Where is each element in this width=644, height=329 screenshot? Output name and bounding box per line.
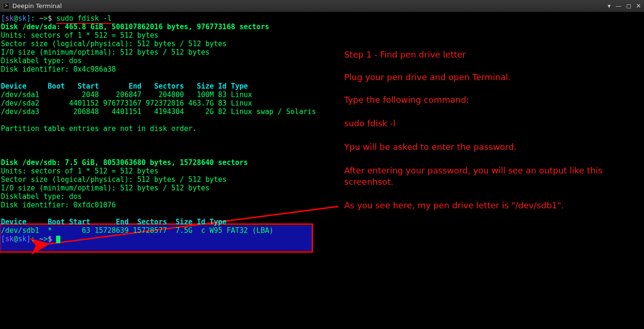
disk-sda-sector: Sector size (logical/physical): 512 byte… xyxy=(1,40,320,48)
maximize-button[interactable]: ◻ xyxy=(626,2,631,9)
disk-sda-table-header: Device Boot Start End Sectors Size Id Ty… xyxy=(1,82,320,90)
prompt-line-2: [sk@sk]: ~>$ xyxy=(1,235,320,243)
minimize-button[interactable]: — xyxy=(615,2,621,9)
table-row: /dev/sda1 2048 206847 204800 100M 83 Lin… xyxy=(1,90,320,99)
cursor xyxy=(56,236,60,243)
instruction-p1: Plug your pen drive and open Terminal. xyxy=(344,72,636,83)
instruction-p5: After entering your password, you will s… xyxy=(344,165,636,188)
disk-sda-header: Disk /dev/sda: 465.8 GiB, 500107862016 b… xyxy=(1,23,320,31)
disk-sdb-io: I/O size (minimum/optimal): 512 bytes / … xyxy=(1,184,320,192)
table-row: /dev/sdb1 * 63 15728639 15728577 7.5G c … xyxy=(1,226,320,235)
close-button[interactable]: ✕ xyxy=(636,2,641,9)
menu-down-icon[interactable]: ▾ xyxy=(608,2,611,9)
disk-sda-ident: Disk identifier: 0x4c986a38 xyxy=(1,65,320,74)
disk-sda-label: Disklabel type: dos xyxy=(1,57,320,65)
table-row: /dev/sda2 4401152 976773167 972372016 46… xyxy=(1,99,320,107)
instruction-p3: sudo fdisk -l xyxy=(344,118,636,129)
terminal-body[interactable]: [sk@sk]: ~>$ sudo fdisk -l Disk /dev/sda… xyxy=(0,12,321,245)
window-controls: ▾ — ◻ ✕ xyxy=(608,2,641,9)
disk-sdb-ident: Disk identifier: 0xfdc01076 xyxy=(1,201,320,209)
disk-sda-note: Partition table entries are not in disk … xyxy=(1,124,320,133)
disk-sda-units: Units: sectors of 1 * 512 = 512 bytes xyxy=(1,31,320,40)
disk-sdb-table-header: Device Boot Start End Sectors Size Id Ty… xyxy=(1,218,320,226)
instruction-p4: Ypu will be asked to enter the password. xyxy=(344,141,636,153)
table-row: /dev/sda3 206848 4401151 4194304 2G 82 L… xyxy=(1,107,320,116)
disk-sdb-label: Disklabel type: dos xyxy=(1,192,320,201)
instruction-p2: Type the following command: xyxy=(344,94,636,106)
disk-sdb-sector: Sector size (logical/physical): 512 byte… xyxy=(1,175,320,184)
prompt-line-1: [sk@sk]: ~>$ sudo fdisk -l xyxy=(1,14,320,23)
instruction-step: Step 1 - Find pen drive letter xyxy=(344,49,636,60)
disk-sda-io: I/O size (minimum/optimal): 512 bytes / … xyxy=(1,48,320,57)
instruction-p6: As you see here, my pen drive letter is … xyxy=(344,200,636,211)
disk-sdb-header: Disk /dev/sdb: 7.5 GiB, 8053063680 bytes… xyxy=(1,158,320,167)
disk-sdb-units: Units: sectors of 1 * 512 = 512 bytes xyxy=(1,167,320,175)
terminal-icon xyxy=(3,3,9,9)
window-titlebar: Deepin Terminal ▾ — ◻ ✕ xyxy=(0,0,644,12)
window-title: Deepin Terminal xyxy=(12,2,62,9)
